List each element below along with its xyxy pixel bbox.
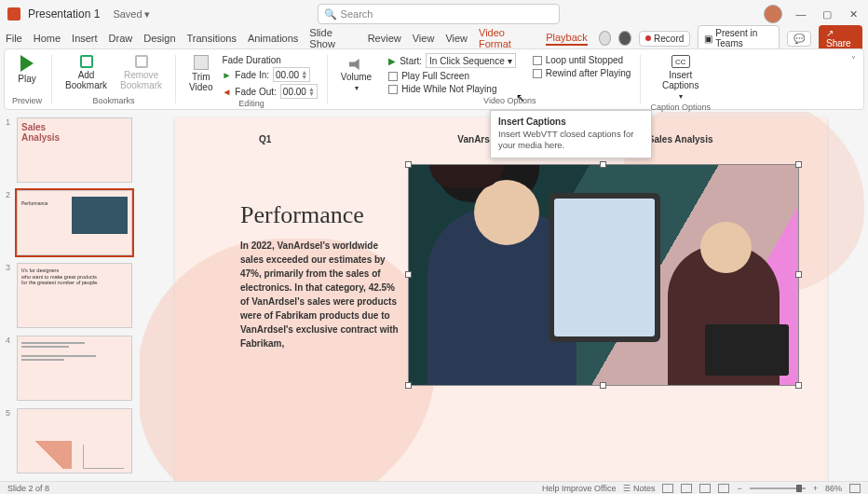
presence-avatar-2[interactable]	[618, 31, 631, 46]
share-icon: ↗	[826, 28, 834, 38]
play-button[interactable]: Play	[14, 53, 39, 86]
loop-checkbox[interactable]: Loop until Stopped	[533, 55, 631, 65]
group-label-captions: Caption Options	[650, 103, 711, 112]
group-label-video-options: Video Options	[483, 96, 536, 105]
menu-design[interactable]: Design	[143, 33, 175, 44]
autosave-status[interactable]: Saved▾	[113, 8, 149, 21]
resize-handle[interactable]	[795, 161, 802, 168]
stepper-icon[interactable]: ▲▼	[308, 87, 315, 96]
stepper-icon[interactable]: ▲▼	[301, 70, 307, 79]
resize-handle[interactable]	[795, 271, 802, 278]
minimize-button[interactable]: —	[793, 7, 808, 21]
group-editing: Trim Video Fade Duration ► Fade In: 00.0…	[182, 51, 321, 107]
record-icon	[645, 35, 651, 41]
trim-icon	[194, 55, 209, 70]
video-object-selected[interactable]: ⟳	[408, 164, 799, 386]
zoom-out-button[interactable]: −	[737, 484, 741, 493]
menu-slideshow[interactable]: Slide Show	[309, 27, 356, 49]
hide-not-playing-checkbox[interactable]: Hide While Not Playing	[388, 84, 516, 94]
search-input[interactable]: 🔍 Search	[318, 4, 560, 24]
volume-button[interactable]: Volume ▾	[337, 57, 375, 94]
insert-captions-button[interactable]: CC Insert Captions ▾	[658, 53, 702, 103]
play-full-screen-checkbox[interactable]: Play Full Screen	[388, 71, 516, 81]
checkbox-icon	[388, 85, 398, 94]
zoom-slider[interactable]	[750, 487, 806, 489]
menu-view[interactable]: View	[413, 33, 435, 44]
remove-bookmark-icon	[135, 55, 148, 68]
normal-view-button[interactable]	[662, 484, 673, 493]
menu-transitions[interactable]: Transitions	[187, 33, 237, 44]
group-volume: Volume ▾	[333, 51, 379, 107]
share-button[interactable]: ↗ Share	[819, 25, 862, 51]
menu-playback[interactable]: Playback	[546, 32, 588, 46]
close-button[interactable]: ✕	[846, 7, 861, 21]
volume-icon	[349, 59, 364, 70]
fade-duration-label: Fade Duration	[222, 55, 317, 65]
zoom-in-button[interactable]: +	[813, 484, 818, 493]
presence-avatar-1[interactable]	[599, 31, 612, 46]
resize-handle[interactable]	[600, 382, 606, 389]
ribbon-collapse-button[interactable]: ˅	[848, 51, 860, 107]
start-label: Start:	[400, 56, 422, 66]
cc-icon: CC	[671, 55, 690, 68]
menu-file[interactable]: File	[6, 33, 22, 44]
menu-view-2[interactable]: View	[445, 33, 468, 44]
slide-heading[interactable]: Performance	[240, 201, 364, 229]
present-in-teams-button[interactable]: ▣Present in Teams	[698, 25, 780, 51]
notes-button[interactable]: ☰ Notes	[623, 484, 655, 493]
rewind-checkbox[interactable]: Rewind after Playing	[533, 68, 631, 78]
resize-handle[interactable]	[405, 382, 412, 389]
comments-button[interactable]: 💬	[787, 31, 811, 47]
add-bookmark-button[interactable]: Add Bookmark	[61, 53, 111, 92]
maximize-button[interactable]: ▢	[820, 7, 834, 21]
resize-handle[interactable]	[405, 161, 412, 168]
user-avatar[interactable]	[764, 5, 782, 23]
slide-thumbnail-3[interactable]: It's for designers who want to make grea…	[17, 263, 132, 328]
slide-thumbnail-4[interactable]	[17, 336, 132, 401]
slide-thumbnail-panel[interactable]: 1 Sales Analysis 2 Performance 3 It's fo…	[0, 112, 140, 481]
chevron-down-icon: ▾	[355, 84, 359, 92]
record-button[interactable]: Record	[639, 31, 690, 47]
slide-canvas-area[interactable]: Q1VanArsSales Analysis Performance In 20…	[140, 112, 868, 481]
checkbox-icon	[533, 56, 542, 65]
resize-handle[interactable]	[600, 161, 606, 168]
document-title[interactable]: Presentation 1	[28, 7, 100, 21]
slide-body-text[interactable]: In 2022, VanArdsel's worldwide sales exc…	[240, 239, 399, 350]
group-label-preview: Preview	[12, 96, 42, 105]
zoom-level[interactable]: 86%	[825, 484, 842, 493]
play-icon	[20, 55, 34, 72]
menu-review[interactable]: Review	[368, 33, 401, 44]
help-improve-link[interactable]: Help Improve Office	[542, 484, 616, 493]
group-video-options: ▶ Start: In Click Sequence▾ Play Full Sc…	[385, 51, 634, 107]
current-slide[interactable]: Q1VanArsSales Analysis Performance In 20…	[175, 117, 827, 481]
fade-out-input[interactable]: 00.00▲▼	[280, 84, 318, 99]
fade-in-input[interactable]: 00.00▲▼	[273, 67, 310, 82]
slide-thumbnail-2[interactable]: Performance	[17, 190, 132, 255]
slide-thumbnail-1[interactable]: Sales Analysis	[17, 117, 132, 183]
start-dropdown[interactable]: In Click Sequence▾	[426, 53, 516, 68]
reading-view-button[interactable]	[699, 484, 711, 493]
menu-home[interactable]: Home	[34, 33, 61, 44]
group-preview: Play Preview	[8, 51, 46, 107]
menu-animations[interactable]: Animations	[248, 33, 298, 44]
powerpoint-logo-icon	[7, 7, 20, 21]
slide-thumbnail-5[interactable]	[17, 408, 132, 473]
menu-insert[interactable]: Insert	[72, 33, 98, 44]
slideshow-view-button[interactable]	[718, 484, 729, 493]
menu-draw[interactable]: Draw	[109, 33, 133, 44]
trim-video-button[interactable]: Trim Video	[185, 53, 216, 94]
chevron-down-icon: ▾	[508, 56, 512, 66]
resize-handle[interactable]	[795, 382, 802, 389]
insert-captions-tooltip: Insert Captions Insert WebVTT closed cap…	[490, 110, 652, 158]
fade-out-label: Fade Out:	[235, 87, 276, 97]
fit-to-window-button[interactable]	[849, 484, 861, 493]
group-bookmarks: Add Bookmark Remove Bookmark Bookmarks	[58, 51, 170, 107]
remove-bookmark-button: Remove Bookmark	[116, 53, 166, 92]
menu-bar: File Home Insert Draw Design Transitions…	[0, 28, 868, 48]
resize-handle[interactable]	[405, 271, 412, 278]
slide-counter[interactable]: Slide 2 of 8	[7, 484, 49, 493]
chevron-down-icon: ▾	[144, 8, 150, 21]
menu-video-format[interactable]: Video Format	[479, 27, 535, 49]
sorter-view-button[interactable]	[681, 484, 692, 493]
title-bar: Presentation 1 Saved▾ 🔍 Search — ▢ ✕	[0, 0, 868, 28]
